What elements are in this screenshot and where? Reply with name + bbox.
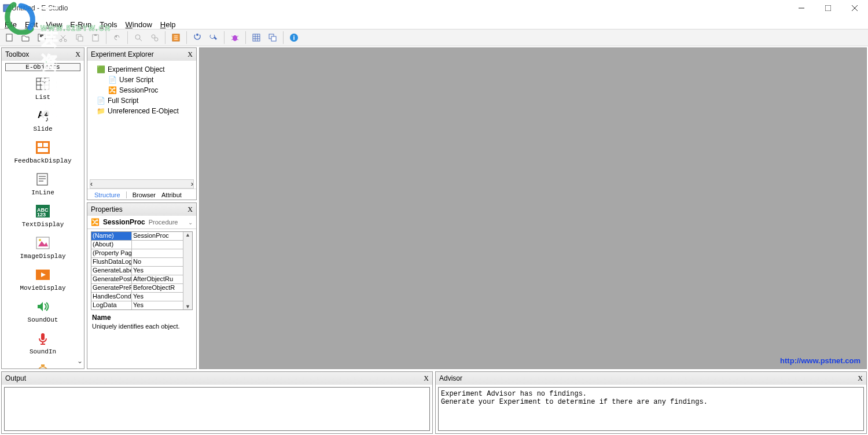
toolbox-category[interactable]: E-Objects	[5, 63, 80, 71]
property-row[interactable]: (Name)SessionProc	[91, 232, 192, 241]
explorer-panel: Experiment ExplorerX 🟩Experiment Object …	[87, 47, 197, 200]
toolbar: i	[0, 29, 868, 46]
save-button[interactable]	[35, 31, 49, 45]
toolbox-item-label: SoundIn	[30, 348, 56, 355]
output-close-icon[interactable]: X	[424, 374, 429, 383]
run-selected-button[interactable]	[207, 31, 220, 45]
property-row[interactable]: FlushDataLogNo	[91, 258, 192, 267]
textdisplay-icon: ABC123	[35, 204, 50, 220]
properties-grid[interactable]: (Name)SessionProc(About)(Property PageFl…	[91, 231, 193, 310]
pstnet-link[interactable]: http://www.pstnet.com	[780, 356, 860, 365]
tab-structure[interactable]: Structure	[94, 191, 120, 198]
toolbox-item-soundin[interactable]: SoundIn	[30, 331, 56, 355]
menu-window[interactable]: Window	[123, 20, 155, 29]
property-row[interactable]: GeneratePostRAfterObjectRu	[91, 275, 192, 284]
toolbox-item-inline[interactable]: InLine	[31, 172, 54, 196]
svg-line-15	[139, 39, 142, 41]
toolbox-item-feedbackdisplay[interactable]: FeedbackDisplay	[14, 141, 71, 164]
svg-rect-44	[43, 143, 48, 147]
menu-view[interactable]: View	[43, 20, 64, 29]
toolbox-item-wait[interactable]: Wait	[35, 363, 50, 368]
property-row[interactable]: (About)	[91, 241, 192, 249]
tree-view[interactable]: 🟩Experiment Object 📄User Script 🔀Session…	[87, 61, 196, 179]
open-button[interactable]	[19, 31, 32, 45]
menu-file[interactable]: File	[2, 20, 19, 29]
property-help-title: Name	[92, 314, 192, 322]
properties-vscroll[interactable]: ▲▼	[183, 232, 192, 309]
find-button	[131, 31, 145, 45]
svg-rect-2	[825, 5, 831, 11]
toolbox-item-label: MovieDisplay	[20, 285, 65, 292]
generate-button[interactable]	[169, 31, 183, 45]
property-row[interactable]: GenerateLabelYes	[91, 267, 192, 275]
tree-userscript[interactable]: User Script	[119, 76, 153, 84]
properties-object-name: SessionProc	[103, 218, 145, 226]
svg-rect-45	[38, 148, 48, 152]
toolbox-item-label: List	[35, 94, 50, 101]
toolbox-close-icon[interactable]: X	[75, 50, 80, 59]
toolbox-item-list[interactable]: List	[35, 77, 50, 101]
toolbox-item-moviedisplay[interactable]: MovieDisplay	[20, 268, 65, 292]
menu-erun[interactable]: E-Run	[68, 20, 94, 29]
svg-point-61	[38, 367, 47, 368]
property-row[interactable]: GeneratePreRBeforeObjectR	[91, 284, 192, 293]
svg-text:i: i	[293, 34, 295, 41]
run-button[interactable]	[190, 31, 204, 45]
menu-edit[interactable]: Edit	[23, 20, 40, 29]
new-button[interactable]	[2, 31, 16, 45]
minimize-button[interactable]	[788, 0, 815, 16]
replace-button	[148, 31, 161, 45]
properties-object-selector[interactable]: 🔀 SessionProc Procedure ⌄	[87, 216, 196, 229]
slide-icon: A♪	[35, 109, 50, 124]
app-icon	[2, 3, 12, 13]
property-key: LogData	[91, 301, 132, 309]
menu-help[interactable]: Help	[158, 20, 178, 29]
advisor-close-icon[interactable]: X	[858, 374, 863, 383]
soundout-icon	[35, 300, 50, 315]
svg-point-16	[152, 35, 155, 38]
list-icon	[35, 77, 50, 93]
toolbox-item-label: ImageDisplay	[20, 253, 65, 260]
menu-tools[interactable]: Tools	[97, 20, 119, 29]
toolbox-item-label: InLine	[31, 189, 54, 196]
debug-button[interactable]	[228, 31, 242, 45]
toolbox-item-slide[interactable]: A♪Slide	[33, 109, 52, 132]
property-key: FlushDataLog	[91, 258, 132, 266]
tab-attributes[interactable]: Attribut	[161, 191, 182, 198]
chevron-down-icon[interactable]: ⌄	[188, 219, 193, 226]
toolbox-item-soundout[interactable]: SoundOut	[28, 300, 58, 323]
toolbox-scroll-down[interactable]: ⌄	[77, 357, 83, 365]
tree-root[interactable]: Experiment Object	[108, 65, 165, 73]
svg-line-21	[231, 36, 233, 37]
svg-rect-43	[38, 143, 42, 147]
info-button[interactable]: i	[287, 31, 301, 45]
properties-close-icon[interactable]: X	[187, 205, 193, 214]
output-title: Output	[5, 374, 26, 382]
tree-hscroll[interactable]: ‹›	[90, 179, 194, 189]
cascade-button[interactable]	[266, 31, 279, 45]
close-button[interactable]	[841, 0, 868, 16]
explorer-close-icon[interactable]: X	[187, 50, 193, 59]
toolbox-item-imagedisplay[interactable]: ImageDisplay	[20, 236, 65, 260]
svg-rect-25	[253, 34, 260, 41]
property-row[interactable]: (Property Page	[91, 249, 192, 258]
property-key: (About)	[91, 241, 132, 249]
properties-panel: PropertiesX 🔀 SessionProc Procedure ⌄ (N…	[87, 202, 197, 369]
advisor-title: Advisor	[439, 374, 462, 382]
property-row[interactable]: LogDataYes	[91, 301, 192, 309]
svg-point-17	[155, 38, 158, 41]
copy-button	[72, 31, 86, 45]
property-key: (Name)	[91, 232, 132, 240]
tree-unref[interactable]: Unreferenced E-Object	[108, 107, 179, 115]
tree-session[interactable]: SessionProc	[119, 86, 158, 94]
output-textarea[interactable]	[4, 387, 430, 431]
property-help-text: Uniquely identifies each object.	[92, 323, 192, 330]
tree-fullscript[interactable]: Full Script	[108, 97, 138, 105]
toolbox-item-textdisplay[interactable]: ABC123TextDisplay	[22, 204, 64, 228]
tab-browser[interactable]: Browser	[133, 191, 156, 198]
toolbox-item-label: Slide	[33, 126, 52, 132]
grid-button[interactable]	[249, 31, 263, 45]
svg-rect-13	[94, 34, 97, 36]
property-row[interactable]: HandlesConditiYes	[91, 293, 192, 301]
maximize-button[interactable]	[815, 0, 841, 16]
